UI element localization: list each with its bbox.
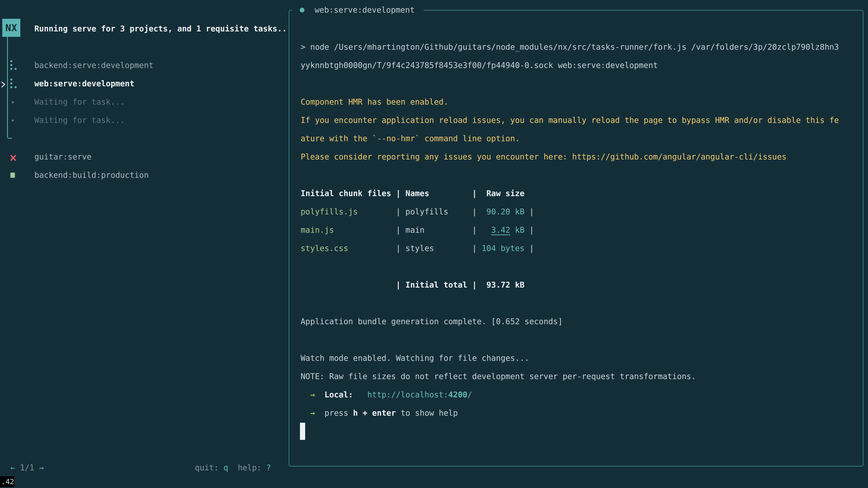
task-label: guitar:serve [34,148,92,166]
terminal-text-segment: NOTE: Raw file sizes do not reflect deve… [301,372,696,381]
terminal-text-segment: 104 bytes [477,244,525,253]
terminal-text-segment: If you encounter application reload issu… [301,116,839,125]
pager-page-indicator: 1/1 [20,463,34,472]
waiting-dot-icon [12,101,14,103]
task-label: backend:build:production [34,166,149,184]
terminal-line: → press h + enter to show help [301,404,458,422]
task-row-guitar-serve[interactable]: guitar:serve [0,148,285,166]
terminal-text-segment: | [396,244,405,253]
localhost-link[interactable]: / [467,390,472,399]
terminal-line: Watch mode enabled. Watching for file ch… [301,349,529,367]
success-square-icon [10,173,15,178]
terminal-text-segment: | [524,225,534,234]
terminal-line: → Local: http://localhost:4200/ [301,386,472,404]
nx-terminal-screen: NX Running serve for 3 projects, and 1 r… [0,0,868,488]
task-label: web:serve:development [34,74,134,93]
task-row-web-serve-development[interactable]: web:serve:development [0,74,285,93]
terminal-line: styles.css | styles | 104 bytes | [301,239,534,258]
terminal-line: Component HMR has been enabled. [301,93,448,111]
terminal-text-segment: > node /Users/mhartington/Github/guitars… [301,42,839,52]
terminal-cursor [300,423,305,440]
terminal-text-segment [301,409,310,418]
terminal-text-segment: main.js [301,225,396,234]
task-row-waiting-for-task-[interactable]: Waiting for task... [0,111,285,129]
waiting-dot-icon [12,120,14,122]
terminal-text-segment [353,390,367,399]
pager: ← 1/1 → [10,459,44,477]
terminal-text-segment: kB [510,225,524,234]
terminal-text-segment: | [524,244,534,253]
page-title: Running serve for 3 projects, and 1 requ… [34,20,287,38]
terminal-text-segment: Application bundle generation complete. … [301,317,563,326]
terminal-text-segment: Component HMR has been enabled. [301,97,448,106]
terminal-text-segment: 3.42 [491,225,510,234]
terminal-text-segment: | [472,207,477,216]
terminal-text-segment: to show help [396,409,458,418]
terminal-text-segment [301,390,310,399]
terminal-text-segment [315,409,324,418]
terminal-text-segment: | [472,244,477,253]
panel-title: web:serve:development [315,1,415,19]
task-row-waiting-for-task-[interactable]: Waiting for task... [0,93,285,111]
task-label: backend:serve:development [34,56,153,74]
spinner-icon [10,60,17,71]
nx-logo-badge: NX [2,19,20,37]
terminal-text-segment: Watch mode enabled. Watching for file ch… [301,354,529,363]
terminal-line: If you encounter application reload issu… [301,111,839,129]
terminal-line: | Initial total | 93.72 kB [301,276,524,294]
terminal-text-segment [477,225,491,234]
screen-corner-overlay: .42 [0,476,14,487]
localhost-link[interactable]: http://localhost: [367,390,448,399]
terminal-text-segment: Initial chunk files | Names | Raw size [301,189,524,198]
terminal-text-segment: | Initial total | 93.72 kB [301,281,524,289]
selected-caret-icon [0,80,6,90]
terminal-text-segment: Local: [324,390,353,399]
terminal-text-segment: yyknnbtgh0000gn/T/9f4c243785f8453e3f00/f… [301,61,658,70]
status-bar: ← 1/1 → quit: q help: ? [0,459,287,477]
terminal-line: > node /Users/mhartington/Github/guitars… [301,38,839,56]
terminal-line: Application bundle generation complete. … [301,313,563,331]
terminal-line: Please consider reporting any issues you… [301,148,786,166]
terminal-text-segment: press [324,409,353,418]
hotkey-hints: quit: q help: ? [195,459,271,477]
terminal-line: NOTE: Raw file sizes do not reflect deve… [301,367,696,386]
help-key: ? [266,463,271,472]
terminal-text-segment: 90.20 kB [477,207,525,216]
pager-prev-icon[interactable]: ← [10,463,15,472]
terminal-text-segment [315,390,324,399]
terminal-text-segment: → [310,390,315,399]
terminal-line: polyfills.js | polyfills | 90.20 kB | [301,203,534,221]
terminal-text-segment: → [310,409,315,418]
task-row-backend-build-production[interactable]: backend:build:production [0,166,285,184]
task-label: Waiting for task... [34,93,125,111]
error-x-icon [10,154,16,163]
terminal-text-segment: Please consider reporting any issues you… [301,152,786,161]
spinner-icon [10,78,17,89]
task-row-backend-serve-development[interactable]: backend:serve:development [0,56,285,74]
quit-key: q [223,463,228,472]
terminal-line: main.js | main | 3.42 kB | [301,221,534,239]
terminal-text-segment: h + enter [353,409,396,418]
terminal-line: ature with the `--no-hmr` command line o… [301,129,520,148]
task-status-dot-icon [300,8,305,12]
terminal-line: Initial chunk files | Names | Raw size [301,184,524,203]
terminal-text-segment: styles [405,244,472,253]
terminal-text-segment: | [524,207,534,216]
pager-next-icon[interactable]: → [39,463,43,472]
quit-label: quit: [195,463,219,472]
localhost-link[interactable]: 4200 [448,390,467,399]
help-label: help: [238,463,261,472]
terminal-text-segment: | [396,225,405,234]
terminal-text-segment: styles.css [301,244,396,253]
terminal-text-segment: main [405,225,472,234]
terminal-text-segment: polyfills.js [301,207,396,216]
terminal-line: yyknnbtgh0000gn/T/9f4c243785f8453e3f00/f… [301,56,658,74]
terminal-text-segment: | [396,207,405,216]
terminal-text-segment: polyfills [405,207,472,216]
task-label: Waiting for task... [34,111,125,129]
terminal-text-segment: | [472,225,477,234]
terminal-text-segment: ature with the `--no-hmr` command line o… [301,134,520,143]
